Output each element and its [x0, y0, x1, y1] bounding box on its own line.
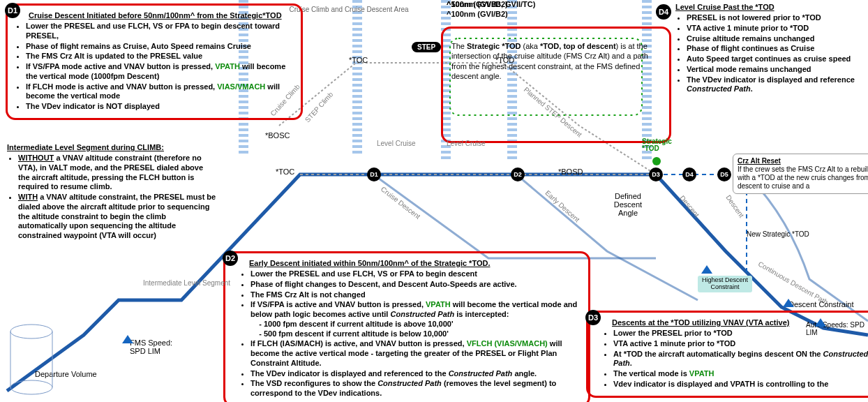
- svg-point-2: [10, 380, 52, 394]
- hdc-box: Highest Descent Constraint: [698, 276, 752, 292]
- list-item: VTA active 1 minute prior to *TOD: [613, 339, 868, 349]
- list-item: The VDev indicator is NOT displayed: [26, 102, 294, 112]
- lbl-toc2: *TOC: [276, 168, 294, 176]
- lbl-defined-angle: Defined Descent Angle: [607, 192, 649, 217]
- lbl-int-seg: Intermediate Level Segment: [143, 279, 230, 287]
- lbl-fms-speed: FMS Speed: SPD LIM: [130, 338, 186, 355]
- range-b: ^100nm (GVI/B2): [447, 0, 508, 8]
- list-item: At *TOD the aircraft automatically begin…: [613, 350, 868, 369]
- list-item: If FLCH (IAS/MACH) is active, and VNAV b…: [250, 339, 581, 368]
- constraint-triangle-1: [701, 265, 712, 274]
- lbl-bosc: *BOSC: [265, 131, 290, 140]
- crz-reset-panel: Crz Alt Reset If the crew sets the FMS C…: [733, 154, 868, 194]
- d2-title: Early Descent initiated within 50nm/100n…: [249, 259, 581, 267]
- list-item: Auto Speed target continues as cruise sp…: [687, 54, 868, 64]
- tod-panel: The Strategic *TOD (aka *TOD, top of des…: [441, 27, 671, 143]
- diagram-root: { "header":{ "cruise_area":"Cruise Climb…: [0, 0, 868, 402]
- constraint-triangle-3: [815, 318, 826, 327]
- lbl-bosd: *BOSD: [558, 168, 583, 176]
- list-item: The vertical mode is VPATH: [613, 369, 868, 379]
- lbl-new-strategic: New Strategic *TOD: [747, 230, 809, 238]
- list-item: Cruise altitude remains unchanged: [687, 34, 868, 44]
- list-item: Phase of flight continues as Cruise: [687, 44, 868, 54]
- list-item: If VS/FPA is active and VNAV button is p…: [250, 300, 581, 338]
- marker-d5: D5: [717, 168, 731, 181]
- d3-list: Lower the PRESEL prior to *TODVTA active…: [602, 329, 868, 389]
- constraint-triangle-2: [783, 299, 794, 307]
- marker-d4: D4: [682, 168, 696, 181]
- lbl-descent1: Descent: [678, 194, 701, 218]
- list-item: The VSD reconfigures to show the Constru…: [250, 379, 581, 399]
- list-item: If VS/FPA mode active and VNAV button is…: [26, 62, 294, 82]
- d1-badge: D1: [5, 3, 20, 18]
- list-item: WITH a VNAV altitude constraint, the PRE…: [18, 193, 216, 241]
- d4-list: PRESEL is not lowered prior to *TODVTA a…: [675, 13, 868, 94]
- list-item: If FLCH mode is active and VNAV button i…: [26, 82, 294, 102]
- int-level-panel: Intermediate Level Segment during CLIMB:…: [7, 143, 216, 241]
- d1-panel: D1 Cruise Descent Initiated before 50nm/…: [6, 3, 303, 120]
- list-item: Phase of flight remains as Cruise, Auto …: [26, 42, 294, 52]
- marker-d2: D2: [511, 168, 525, 181]
- departure-volume: [7, 321, 56, 399]
- svg-point-1: [10, 325, 52, 338]
- list-item: Phase of flight changes to Descent, and …: [250, 280, 581, 290]
- barrier-2: [352, 0, 362, 154]
- tod-text: The Strategic *TOD (aka *TOD, top of des…: [451, 41, 661, 81]
- marker-d1: D1: [367, 168, 381, 181]
- lbl-level-cruise1: Level Cruise: [377, 140, 416, 147]
- lbl-step-climb: STEP Climb: [304, 91, 334, 124]
- int-level-title: Intermediate Level Segment during CLIMB:: [7, 143, 216, 151]
- list-item: Vdev indicator is displayed and VPATH is…: [613, 380, 868, 389]
- d1-list: Lower the PRESEL and use FLCH, VS or FPA…: [15, 22, 294, 112]
- lbl-toc1: *TOC: [349, 56, 368, 64]
- range-b2: ^100nm (GVI/B2): [447, 10, 508, 18]
- lbl-level-cruise2: Level Cruise: [447, 140, 486, 147]
- d1-title: Cruise Descent Initiated before 50nm/100…: [29, 11, 294, 20]
- d4-badge: D4: [656, 4, 671, 20]
- list-item: The FMS Crz Alt is updated to the PRESEL…: [26, 52, 294, 61]
- list-item: Vertical mode remains unchanged: [687, 65, 868, 75]
- d2-panel: D2 Early Descent initiated within 50nm/1…: [223, 251, 590, 402]
- d2-badge: D2: [223, 251, 238, 266]
- crz-reset-text: If the crew sets the FMS Crz Alt to a re…: [738, 165, 868, 191]
- d4-title: Level Cruise Past the *TOD: [675, 3, 868, 11]
- int-level-list: WITHOUT a VNAV altitude constraint (ther…: [7, 154, 216, 241]
- d2-list: Lower the PRESEL and use FLCH, VS or FPA…: [239, 269, 581, 399]
- lbl-tod: *TOD: [495, 56, 514, 64]
- list-item: WITHOUT a VNAV altitude constraint (ther…: [18, 154, 216, 192]
- lbl-descent2: Descent: [724, 193, 745, 218]
- d4-panel: D4 Level Cruise Past the *TOD PRESEL is …: [675, 3, 868, 95]
- list-item: Lower the PRESEL and use FLCH, VS or FPA…: [26, 22, 294, 41]
- crz-reset-title: Crz Alt Reset: [738, 157, 868, 165]
- lbl-cruise-descent: Cruise Descent: [380, 185, 422, 221]
- list-item: Lower the PRESEL and use FLCH, VS or FPA…: [250, 269, 581, 279]
- lbl-dc: Descent Constraint: [788, 300, 854, 308]
- d3-badge: D3: [585, 310, 601, 325]
- marker-d3: D3: [649, 168, 663, 181]
- list-item: PRESEL is not lowered prior to *TOD: [687, 13, 868, 23]
- step-pill: STEP: [412, 42, 441, 52]
- lbl-early-descent: Early Descent: [544, 189, 581, 224]
- list-item: The VDev indicator is displayed and refe…: [250, 369, 581, 379]
- list-item: VTA active 1 minute prior to *TOD: [687, 24, 868, 34]
- strategic-tod-dot: [652, 157, 661, 165]
- list-item: The VDev indicator is displayed and refe…: [687, 75, 868, 95]
- constraint-triangle-4: [122, 335, 133, 343]
- lbl-strategic-tod: Strategic *TOD: [642, 138, 677, 152]
- list-item: The FMS Crz Alt is not changed: [250, 290, 581, 300]
